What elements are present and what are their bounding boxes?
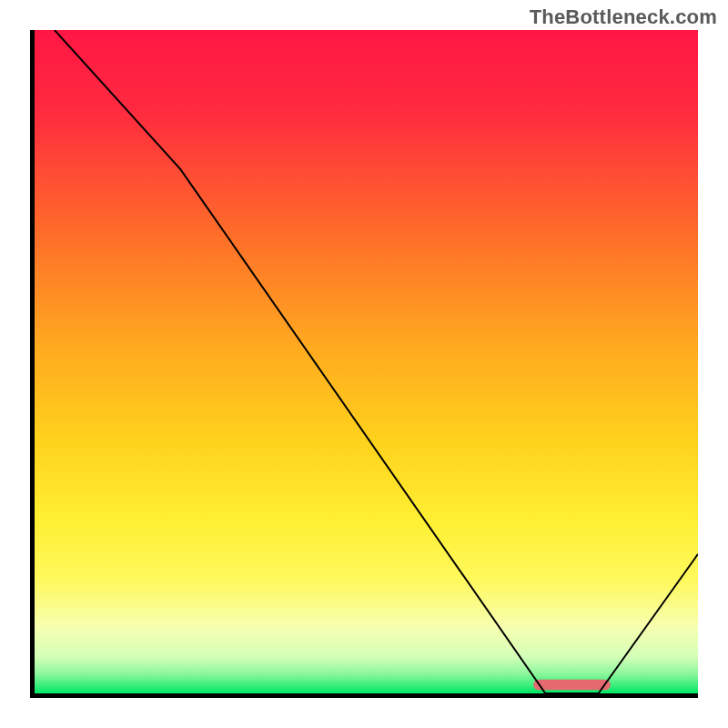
watermark-label: TheBottleneck.com bbox=[530, 5, 717, 29]
chart-frame: TheBottleneck.com bbox=[0, 0, 728, 728]
plot-svg bbox=[35, 30, 698, 693]
gradient-background bbox=[35, 30, 698, 693]
plot-area bbox=[30, 30, 698, 698]
